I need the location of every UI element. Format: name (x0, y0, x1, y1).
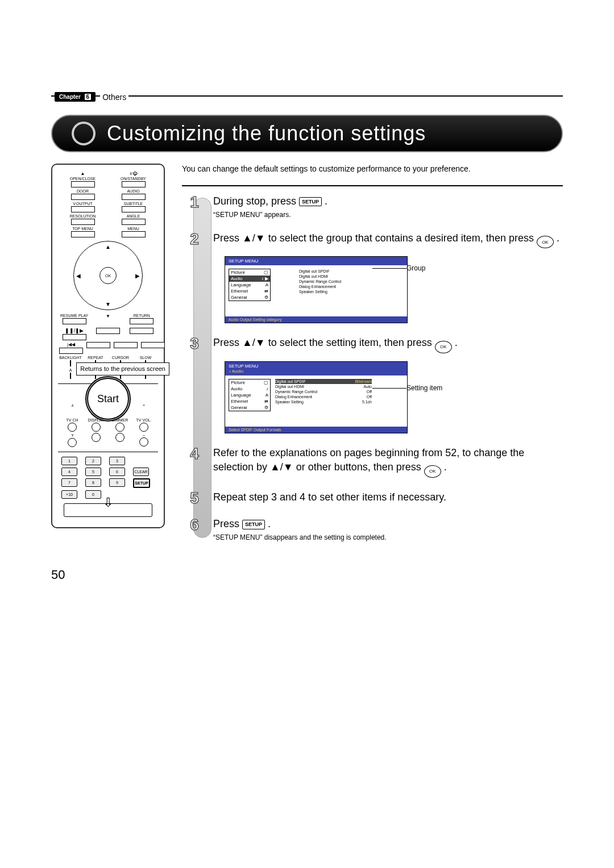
osd-header: SETUP MENU (225, 257, 407, 265)
step-6-sub: “SETUP MENU” disappears and the setting … (213, 533, 563, 541)
pause-button (63, 334, 86, 340)
on-standby-label: ON/STANDBY (121, 177, 146, 181)
pause-icon: ❚❚/❚▶ (65, 328, 84, 333)
page-title: Customizing the function settings (107, 122, 426, 145)
step-3-number: 3 (186, 334, 202, 353)
ok-key-icon: OK (424, 465, 441, 478)
ok-key-icon: OK (537, 236, 554, 248)
osd-settings-list: Digital out SPDIFBitstream Digital out H… (275, 379, 372, 404)
down-icon: ▼ (105, 301, 111, 307)
resume-label: RESUME PLAY (60, 314, 88, 318)
menu-label: MENU (127, 227, 139, 231)
tv-vol-down-button (139, 437, 148, 446)
topmenu-label: TOP MENU (72, 227, 93, 231)
step-5-number: 5 (186, 489, 202, 508)
dimmer-button (115, 423, 125, 432)
subtitle-button (122, 206, 146, 212)
menu-button (122, 231, 146, 237)
angle-button (122, 219, 146, 225)
section-rule (182, 185, 563, 186)
setup-key-icon: SETUP (242, 520, 265, 529)
a-label: A (69, 368, 72, 372)
step-5-text: Repeat step 3 and 4 to set other items i… (213, 490, 563, 504)
start-label: Start (97, 393, 119, 405)
slow-label: SLOW (140, 356, 152, 360)
nav-pad: ▲ ▼ ◀ ▶ OK (73, 241, 143, 310)
power-icon: I/⏻ (130, 171, 136, 176)
on-standby-button (122, 181, 146, 187)
step-1-text: During stop, press (213, 195, 299, 207)
next-button (141, 342, 165, 348)
step-1-sub: “SETUP MENU” appears. (213, 211, 563, 219)
numpad: 123 456CLEAR 789SETUP +100 (61, 457, 155, 499)
door-label: DOOR (77, 189, 89, 193)
osd-header: SETUP MENU (229, 364, 258, 369)
plus10-button: +10 (61, 490, 77, 499)
steps-list: 1 During stop, press SETUP . “SETUP MENU… (182, 194, 563, 542)
step-6-number: 6 (186, 515, 202, 535)
tv-vol-up-button (139, 423, 148, 432)
door-button (71, 194, 95, 200)
resolution-label: RESOLUTION (70, 214, 96, 218)
clear-button: CLEAR (133, 468, 149, 476)
step-1: 1 During stop, press SETUP . “SETUP MENU… (213, 194, 563, 219)
step-4-text: Refer to the explanations on pages begin… (213, 447, 524, 473)
eject-icon: ▲ (81, 171, 85, 176)
osd-group-list: Picture▢ Audio♪ LanguageA Ethernet⇄ Gene… (229, 379, 271, 411)
step-6-text: Press (213, 518, 242, 529)
a-button (70, 373, 71, 379)
title-banner: Customizing the function settings (51, 115, 563, 152)
setup-button-remote: SETUP (133, 478, 150, 488)
tv-ch-up-button (68, 423, 77, 432)
return-callout-text: Returns to the previous screen (80, 365, 165, 372)
osd-screenshot-items: SETUP MENU ♪ Audio Picture▢ Audio♪ Langu… (225, 361, 408, 433)
display-button (92, 423, 101, 432)
osd-group-list: Picture▢ Audio♪ ▶ LanguageA Ethernet⇄ Ge… (229, 269, 271, 301)
play-button (96, 328, 120, 334)
step-3: 3 Press ▲/▼ to select the setting item, … (213, 336, 563, 433)
rew-button (86, 342, 110, 348)
subtitle-label: SUBTITLE (124, 202, 143, 206)
osd-footer: Select SPDIF Output Formats (225, 427, 407, 433)
step-5: 5 Repeat step 3 and 4 to set other items… (213, 490, 563, 504)
ff-button (114, 342, 138, 348)
osd-item-label: Setting item (406, 384, 442, 392)
audio-button (122, 194, 146, 200)
setup-key-icon: SETUP (299, 197, 322, 207)
chapter-tag-label: Chapter (59, 94, 81, 100)
osd-screenshot-groups: SETUP MENU Picture▢ Audio♪ ▶ LanguageA E… (225, 256, 408, 323)
osd-footer: Audio Output Setting category (225, 316, 407, 323)
chapter-tag: Chapter 6 Others (55, 92, 128, 102)
tv-ch-label: TV CH (67, 418, 78, 422)
left-icon: ◀ (76, 273, 81, 279)
up-icon: ▲ (105, 244, 111, 250)
step-1-number: 1 (186, 193, 202, 212)
title-accent-icon (72, 122, 96, 145)
tv-vol-label: TV VOL. (136, 418, 152, 422)
tv-ch-down-button (68, 438, 77, 447)
step-2-text: Press ▲/▼ to select the group that conta… (213, 232, 537, 244)
stop-button (130, 328, 154, 334)
prev-icon: |◀◀ (67, 342, 75, 347)
ok-key-icon: OK (435, 341, 452, 353)
step-2-number: 2 (186, 229, 202, 249)
backlight-label: BACKLIGHT (59, 356, 82, 360)
round-button (92, 433, 101, 442)
repeat-label: REPEAT (88, 356, 103, 360)
right-icon: ▶ (135, 273, 140, 279)
prev-button (59, 348, 83, 354)
chapter-section: Others (100, 93, 128, 102)
page-number: 50 (51, 567, 563, 582)
start-callout: Start (85, 376, 131, 422)
start-arrow-icon: ⇩ (103, 495, 113, 510)
open-close-button (71, 181, 95, 187)
cursor-label: CURSOR (112, 356, 129, 360)
round-button-2 (115, 433, 125, 442)
resume-button (63, 318, 86, 324)
return-button (130, 318, 154, 324)
voutput-label: V.OUTPUT (73, 202, 93, 206)
intro-text: You can change the default settings to c… (182, 164, 563, 175)
osd-right-list: Digital out SPDIF Digital out HDMI Dynam… (299, 269, 367, 294)
resolution-button (71, 219, 95, 225)
open-close-label: OPEN/CLOSE (70, 177, 96, 181)
